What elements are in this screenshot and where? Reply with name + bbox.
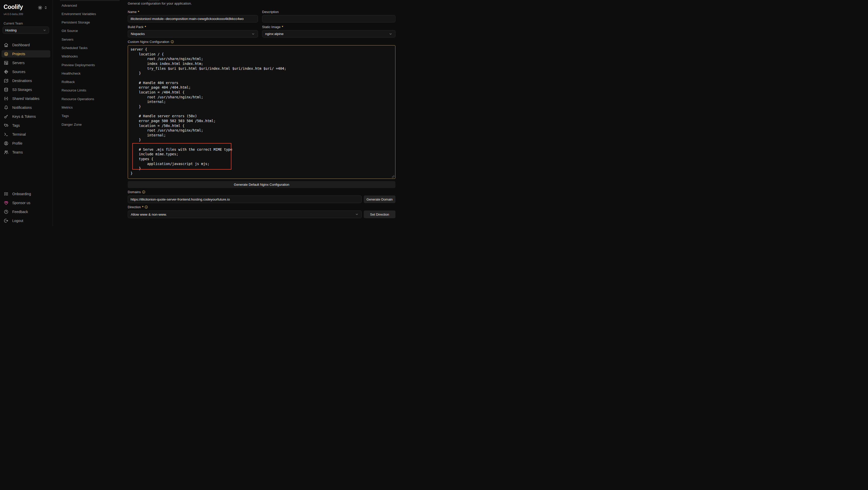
custom-nginx-configuration-textarea[interactable]: server { location / { root /usr/share/ng… [128, 45, 396, 179]
generate-default-nginx-configuration-button[interactable]: Generate Default Nginx Configuration [128, 181, 396, 188]
settings-nav-item-metrics[interactable]: Metrics [53, 104, 128, 111]
terminal-icon [4, 132, 8, 137]
scrolled-active-item-remnant [60, 0, 120, 1]
sidebar-item-profile[interactable]: Profile [2, 140, 50, 147]
sidebar-item-label: Tags [12, 123, 20, 127]
sidebar-item-logout[interactable]: Logout [2, 217, 50, 224]
sidebar-item-sources[interactable]: Sources [2, 68, 50, 75]
sidebar-item-teams[interactable]: Teams [2, 149, 50, 156]
name-label: Name* [128, 10, 139, 14]
settings-nav-item-rollback[interactable]: Rollback [53, 79, 128, 85]
chevron-down-icon [389, 32, 392, 36]
sidebar-item-servers[interactable]: Servers [2, 59, 50, 66]
settings-nav-item-tags[interactable]: Tags [53, 113, 128, 119]
settings-nav-item-servers[interactable]: Servers [53, 36, 128, 43]
settings-nav-item-preview-deployments[interactable]: Preview Deployments [53, 62, 128, 68]
user-circle-icon [4, 141, 8, 146]
app-version: v4.0.0-beta.399 [4, 12, 23, 16]
chevrons-up-down-icon [44, 6, 48, 9]
sidebar-item-label: Feedback [12, 210, 28, 214]
settings-nav-item-advanced[interactable]: Advanced [53, 2, 128, 9]
required-asterisk: * [142, 205, 143, 209]
help-circle-icon [4, 210, 8, 214]
settings-nav-item-scheduled-tasks[interactable]: Scheduled Tasks [53, 44, 128, 51]
direction-select-value: Allow www & non-www. [131, 213, 167, 216]
build-pack-select-value: Nixpacks [131, 32, 145, 36]
layers-icon [4, 52, 8, 56]
sidebar-item-s3-storages[interactable]: S3 Storages [2, 86, 50, 93]
info-icon[interactable] [170, 40, 174, 43]
settings-nav-item-environment-variables[interactable]: Environment Variables [53, 10, 128, 17]
sidebar-item-label: Sources [12, 70, 25, 74]
info-icon[interactable] [142, 190, 145, 194]
sidebar-item-label: Terminal [12, 132, 26, 136]
custom-nginx-configuration-label: Custom Nginx Configuration [128, 40, 174, 44]
sidebar-item-feedback[interactable]: Feedback [2, 208, 50, 215]
settings-nav-item-resource-operations[interactable]: Resource Operations [53, 96, 128, 102]
required-asterisk: * [282, 25, 283, 29]
users-icon [4, 150, 8, 155]
domains-label: Domains [128, 190, 145, 194]
home-icon [4, 43, 8, 47]
settings-nav-item-webhooks[interactable]: Webhooks [53, 53, 128, 60]
server-icon [4, 61, 8, 65]
map-icon [4, 79, 8, 83]
nginx-config-code: server { location / { root /usr/share/ng… [128, 45, 395, 177]
key-icon [4, 114, 8, 119]
required-asterisk: * [138, 10, 139, 14]
sidebar-item-label: S3 Storages [12, 88, 32, 92]
generate-domain-button[interactable]: Generate Domain [364, 195, 396, 203]
bell-icon [4, 105, 8, 110]
theme-toggle-button[interactable] [38, 5, 42, 10]
settings-nav-item-resource-limits[interactable]: Resource Limits [53, 87, 128, 94]
info-icon[interactable] [145, 205, 148, 209]
description-input[interactable] [262, 15, 396, 23]
sidebar-item-keys-tokens[interactable]: Keys & Tokens [2, 113, 50, 120]
sidebar-item-label: Projects [12, 52, 25, 56]
settings-nav-item-git-source[interactable]: Git Source [53, 28, 128, 34]
sidebar-item-label: Profile [12, 141, 23, 145]
build-pack-label: Build Pack* [128, 25, 146, 29]
heart-handshake-icon [4, 201, 8, 205]
static-image-select-value: nginx:alpine [265, 32, 283, 36]
sidebar-nav: Dashboard Projects Servers Sources Desti… [0, 41, 53, 158]
chevron-down-icon [251, 32, 255, 36]
direction-select[interactable]: Allow www & non-www. [128, 211, 362, 218]
build-pack-select[interactable]: Nixpacks [128, 30, 258, 37]
sidebar-item-shared-variables[interactable]: Shared Variables [2, 95, 50, 102]
sidebar-item-sponsor-us[interactable]: Sponsor us [2, 199, 50, 207]
sidebar-item-label: Onboarding [12, 192, 31, 196]
sidebar-item-label: Servers [12, 61, 25, 65]
logout-icon [4, 218, 8, 223]
textarea-resize-grip[interactable] [392, 175, 395, 178]
theme-select-button[interactable] [44, 6, 48, 9]
page-subtitle: General configuration for your applicati… [128, 2, 192, 5]
static-image-select[interactable]: nginx:alpine [262, 30, 396, 37]
static-image-label: Static Image* [262, 25, 283, 29]
current-team-label: Current Team [4, 22, 23, 25]
settings-nav-item-healthcheck[interactable]: Healthcheck [53, 70, 128, 76]
sidebar-item-label: Keys & Tokens [12, 115, 36, 119]
settings-nav: AdvancedEnvironment VariablesPersistent … [53, 0, 128, 226]
team-select[interactable]: Hosting [3, 27, 49, 34]
git-source-icon [4, 69, 8, 74]
sidebar-item-notifications[interactable]: Notifications [2, 104, 50, 111]
sidebar-item-destinations[interactable]: Destinations [2, 77, 50, 84]
name-input[interactable] [128, 15, 258, 23]
team-select-value: Hosting [5, 28, 17, 32]
variables-icon [4, 96, 8, 101]
sidebar-item-projects[interactable]: Projects [2, 50, 50, 58]
sidebar-item-label: Destinations [12, 79, 32, 83]
sidebar-item-label: Notifications [12, 105, 32, 110]
sidebar-item-terminal[interactable]: Terminal [2, 131, 50, 138]
sidebar-item-tags[interactable]: Tags [2, 122, 50, 129]
sun-icon [38, 5, 42, 10]
settings-nav-item-persistent-storage[interactable]: Persistent Storage [53, 19, 128, 26]
chevron-down-icon [43, 29, 46, 32]
sidebar-item-onboarding[interactable]: Onboarding [2, 190, 50, 197]
sidebar-item-dashboard[interactable]: Dashboard [2, 41, 50, 49]
chevron-down-icon [355, 213, 359, 216]
domains-input[interactable] [128, 195, 362, 203]
settings-nav-item-danger-zone[interactable]: Danger Zone [53, 121, 128, 128]
set-direction-button[interactable]: Set Direction [364, 211, 396, 218]
